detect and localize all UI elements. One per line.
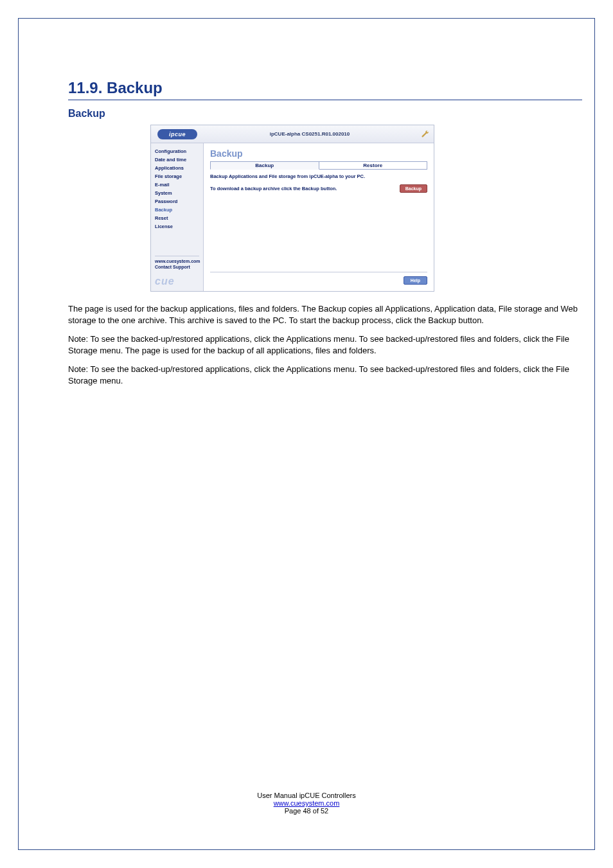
help-button[interactable]: Help <box>404 276 427 285</box>
sidebar-item-system[interactable]: System <box>155 189 199 197</box>
paragraph-3: Note: To see the backed-up/restored appl… <box>68 364 582 386</box>
app-body: Configuration Date and time Applications… <box>151 143 434 291</box>
sidebar-item-license[interactable]: License <box>155 222 199 231</box>
sidebar-item-date-time[interactable]: Date and time <box>155 155 199 164</box>
sidebar-brand: cue <box>155 276 199 287</box>
sidebar-item-applications[interactable]: Applications <box>155 164 199 172</box>
section-heading: 11.9. Backup <box>68 79 582 100</box>
sidebar-item-password[interactable]: Password <box>155 197 199 206</box>
tab-restore[interactable]: Restore <box>319 161 428 170</box>
tools-icon[interactable] <box>416 130 434 139</box>
sidebar-item-file-storage[interactable]: File storage <box>155 172 199 181</box>
sidebar-item-configuration[interactable]: Configuration <box>155 147 199 155</box>
wrench-icon <box>420 130 429 139</box>
inner-tabs: Backup Restore <box>210 161 427 170</box>
app-window: ipcue ipCUE-alpha CS0251.R01.002010 Conf… <box>150 125 434 292</box>
subsection-heading: Backup <box>68 108 582 120</box>
footer-title: User Manual ipCUE Controllers <box>19 792 594 799</box>
footer-link[interactable]: www.cuesystem.com <box>274 799 340 807</box>
content-area: 11.9. Backup Backup ipcue ipCUE-alpha CS… <box>68 79 582 394</box>
backup-row-text: To download a backup archive click the B… <box>210 186 337 191</box>
app-header-title: ipCUE-alpha CS0251.R01.002010 <box>204 131 416 137</box>
app-header: ipcue ipCUE-alpha CS0251.R01.002010 <box>151 125 434 143</box>
main-panel: Backup Backup Restore Backup Application… <box>204 143 434 291</box>
paragraph-2: Note: To see the backed-up/restored appl… <box>68 333 582 356</box>
sidebar-item-email[interactable]: E-mail <box>155 181 199 189</box>
main-title: Backup <box>210 148 427 159</box>
footer-page-number: Page 48 of 52 <box>19 807 594 815</box>
paragraph-1: The page is used for the backup applicat… <box>68 303 582 326</box>
app-logo-area: ipcue <box>151 125 204 143</box>
sidebar: Configuration Date and time Applications… <box>151 143 204 291</box>
help-row: Help <box>210 272 427 285</box>
main-description: Backup Applications and File storage fro… <box>210 173 427 179</box>
page-footer: User Manual ipCUE Controllers www.cuesys… <box>19 792 594 815</box>
backup-row: To download a backup archive click the B… <box>210 184 427 193</box>
backup-button[interactable]: Backup <box>400 184 427 193</box>
page-frame: 11.9. Backup Backup ipcue ipCUE-alpha CS… <box>18 18 595 850</box>
sidebar-link-support[interactable]: Contact Support <box>155 263 199 269</box>
sidebar-spacer <box>155 231 199 253</box>
sidebar-item-reset[interactable]: Reset <box>155 214 199 222</box>
embedded-screenshot: ipcue ipCUE-alpha CS0251.R01.002010 Conf… <box>150 125 582 292</box>
app-logo-badge: ipcue <box>157 129 197 139</box>
tab-backup[interactable]: Backup <box>210 161 319 170</box>
sidebar-link-website[interactable]: www.cuesystem.com <box>155 256 199 263</box>
sidebar-item-backup[interactable]: Backup <box>155 206 199 214</box>
